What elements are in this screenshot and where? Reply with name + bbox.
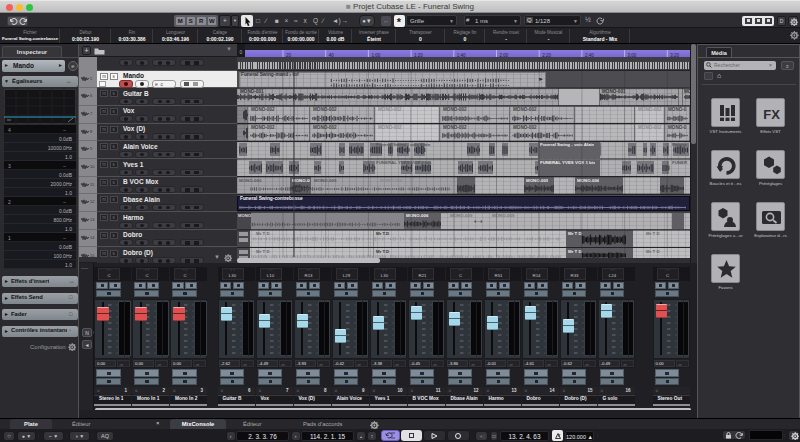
svg-text:FX: FX [763, 107, 780, 122]
